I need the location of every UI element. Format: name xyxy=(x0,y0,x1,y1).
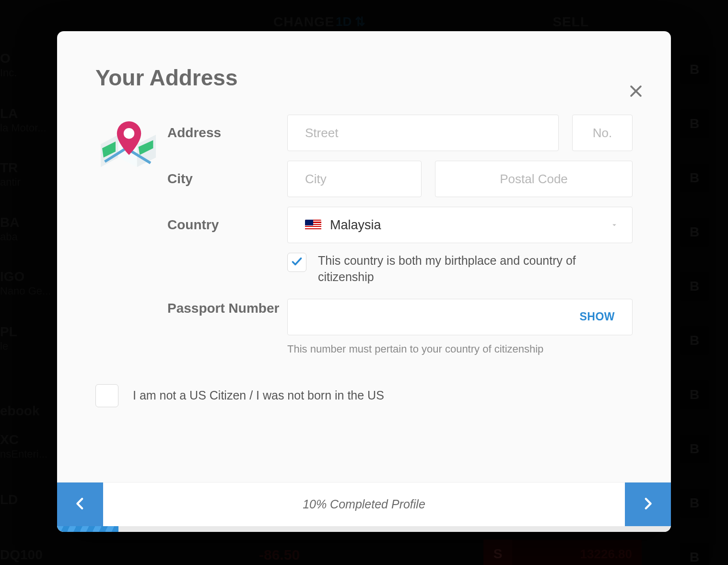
label-city: City xyxy=(167,161,282,197)
label-country: Country xyxy=(167,207,282,243)
next-button[interactable] xyxy=(625,483,671,526)
chevron-left-icon xyxy=(72,495,88,514)
street-number-input[interactable] xyxy=(572,115,633,151)
birthplace-citizenship-checkbox[interactable] xyxy=(287,253,306,272)
progress-fill xyxy=(57,526,118,532)
svg-point-7 xyxy=(124,128,134,139)
country-select-value: Malaysia xyxy=(330,218,381,233)
close-button[interactable] xyxy=(628,83,647,102)
address-modal: Your Address xyxy=(57,31,671,532)
street-input[interactable] xyxy=(287,115,559,151)
modal-overlay: Your Address xyxy=(0,0,728,565)
modal-title: Your Address xyxy=(95,65,633,91)
country-select[interactable]: Malaysia xyxy=(287,207,633,243)
chevron-right-icon xyxy=(640,495,656,514)
label-address: Address xyxy=(167,115,282,151)
passport-number-input[interactable]: SHOW xyxy=(287,299,633,335)
chevron-down-icon xyxy=(610,221,619,229)
postal-code-input[interactable] xyxy=(435,161,633,197)
birthplace-citizenship-text: This country is both my birthplace and c… xyxy=(318,253,587,285)
prev-button[interactable] xyxy=(57,483,103,526)
check-icon xyxy=(291,255,303,270)
progress-bar xyxy=(57,526,671,532)
not-us-citizen-text: I am not a US Citizen / I was not born i… xyxy=(133,388,384,402)
passport-hint: This number must pertain to your country… xyxy=(287,343,633,355)
city-input[interactable] xyxy=(287,161,422,197)
modal-footer: 10% Completed Profile xyxy=(57,482,671,526)
not-us-citizen-checkbox[interactable] xyxy=(95,384,118,407)
close-icon xyxy=(628,93,644,101)
show-passport-button[interactable]: SHOW xyxy=(579,310,615,323)
flag-malaysia-icon xyxy=(305,220,321,230)
map-pin-icon xyxy=(95,175,163,183)
label-passport: Passport Number xyxy=(167,290,282,327)
profile-completion-text: 10% Completed Profile xyxy=(103,483,625,526)
